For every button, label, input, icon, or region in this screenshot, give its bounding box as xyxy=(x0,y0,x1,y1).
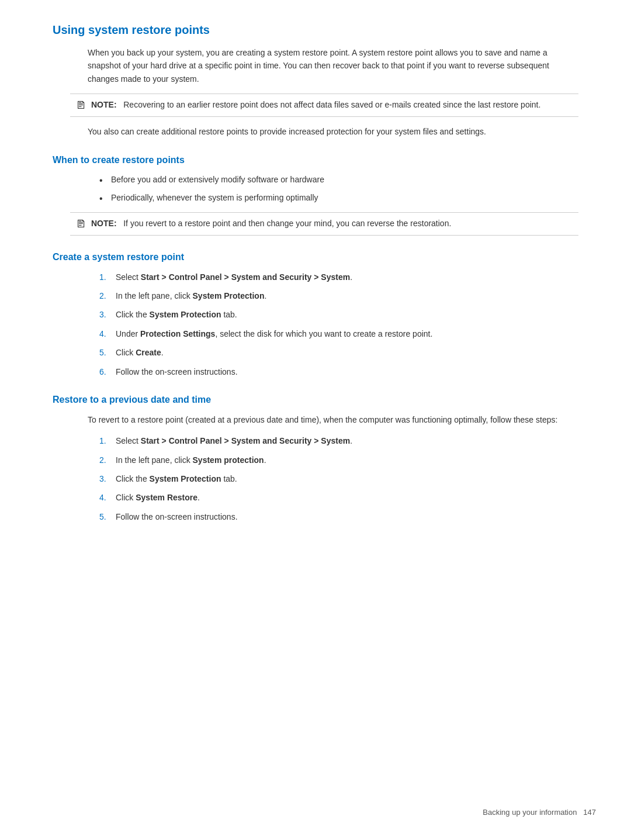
list-item: 1. Select Start > Control Panel > System… xyxy=(99,271,578,284)
additional-text: You also can create additional restore p… xyxy=(88,125,578,138)
when-bullet-list: Before you add or extensively modify sof… xyxy=(99,174,578,204)
step-number: 5. xyxy=(99,510,106,523)
note-icon-2: 🖹 xyxy=(76,218,86,230)
main-title: Using system restore points xyxy=(53,23,578,37)
step-text: Click the System Protection tab. xyxy=(116,474,237,483)
step-text: Select Start > Control Panel > System an… xyxy=(116,436,352,445)
page-number: 147 xyxy=(583,808,596,817)
note-icon-1: 🖹 xyxy=(76,99,86,112)
step-number: 2. xyxy=(99,289,106,302)
intro-paragraph: When you back up your system, you are cr… xyxy=(88,46,578,85)
list-item: 3. Click the System Protection tab. xyxy=(99,472,578,485)
step-text: Click Create. xyxy=(116,348,164,357)
step-text: In the left pane, click System protectio… xyxy=(116,455,266,465)
footer: Backing up your information 147 xyxy=(483,808,596,817)
restore-intro: To revert to a restore point (created at… xyxy=(88,413,578,426)
list-item: 2. In the left pane, click System protec… xyxy=(99,454,578,466)
step-text: Under Protection Settings, select the di… xyxy=(116,329,432,338)
note-label-2: NOTE: xyxy=(91,219,117,228)
page-content: Using system restore points When you bac… xyxy=(53,23,578,523)
list-item: 6. Follow the on-screen instructions. xyxy=(99,365,578,378)
step-text: Follow the on-screen instructions. xyxy=(116,512,238,521)
restore-steps-list: 1. Select Start > Control Panel > System… xyxy=(99,434,578,523)
step-text: Click the System Protection tab. xyxy=(116,310,237,319)
list-item: 2. In the left pane, click System Protec… xyxy=(99,289,578,302)
list-item: 4. Click System Restore. xyxy=(99,491,578,504)
note-box-2: 🖹 NOTE: If you revert to a restore point… xyxy=(70,212,578,236)
note-label-1: NOTE: xyxy=(91,100,117,109)
step-number: 4. xyxy=(99,491,106,504)
note-content-1: NOTE: Recovering to an earlier restore p… xyxy=(91,99,540,111)
list-item: 3. Click the System Protection tab. xyxy=(99,308,578,321)
step-text: Follow the on-screen instructions. xyxy=(116,367,238,376)
footer-text: Backing up your information xyxy=(483,808,577,817)
step-number: 1. xyxy=(99,434,106,447)
note-text-2: If you revert to a restore point and the… xyxy=(123,219,451,228)
step-number: 3. xyxy=(99,472,106,485)
list-item: 4. Under Protection Settings, select the… xyxy=(99,327,578,340)
step-text: Click System Restore. xyxy=(116,493,200,502)
list-item: 1. Select Start > Control Panel > System… xyxy=(99,434,578,447)
create-steps-list: 1. Select Start > Control Panel > System… xyxy=(99,271,578,378)
step-number: 1. xyxy=(99,271,106,284)
step-number: 2. xyxy=(99,454,106,466)
step-text: Select Start > Control Panel > System an… xyxy=(116,272,352,282)
step-text: In the left pane, click System Protectio… xyxy=(116,291,266,300)
when-title: When to create restore points xyxy=(53,155,578,165)
list-item: 5. Follow the on-screen instructions. xyxy=(99,510,578,523)
create-title: Create a system restore point xyxy=(53,252,578,262)
note-box-1: 🖹 NOTE: Recovering to an earlier restore… xyxy=(70,94,578,117)
list-item: 5. Click Create. xyxy=(99,346,578,359)
note-text-1: Recovering to an earlier restore point d… xyxy=(123,100,540,109)
list-item: Before you add or extensively modify sof… xyxy=(99,174,578,186)
list-item: Periodically, whenever the system is per… xyxy=(99,192,578,204)
step-number: 4. xyxy=(99,327,106,340)
step-number: 6. xyxy=(99,365,106,378)
note-content-2: NOTE: If you revert to a restore point a… xyxy=(91,217,451,230)
restore-title: Restore to a previous date and time xyxy=(53,395,578,405)
step-number: 5. xyxy=(99,346,106,359)
step-number: 3. xyxy=(99,308,106,321)
